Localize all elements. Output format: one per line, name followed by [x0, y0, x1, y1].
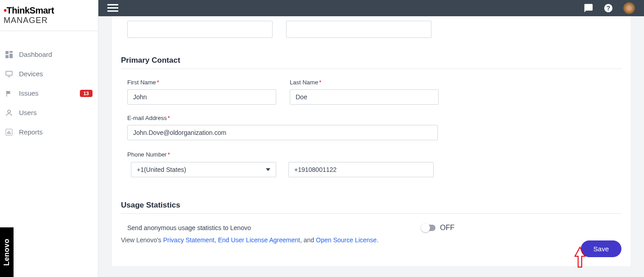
svg-rect-12: [107, 7, 118, 9]
svg-text:?: ?: [607, 5, 610, 12]
usage-toggle[interactable]: [422, 225, 436, 231]
last-name-input[interactable]: [290, 89, 439, 105]
svg-rect-3: [5, 55, 9, 58]
top-field-1[interactable]: [127, 21, 273, 38]
svg-rect-11: [107, 4, 118, 5]
country-code-select[interactable]: +1(United States): [131, 162, 276, 177]
phone-label: Phone Number*: [127, 151, 170, 158]
svg-rect-2: [9, 54, 13, 58]
main-content: Primary Contact First Name* Last Name* E…: [98, 16, 644, 277]
sidebar-item-label: Issues: [19, 89, 80, 97]
lenovo-text: Lenovo: [3, 239, 11, 266]
logo: •ThinkSmart MANAGER: [0, 0, 98, 31]
save-button[interactable]: Save: [581, 240, 621, 257]
settings-card: Primary Contact First Name* Last Name* E…: [112, 16, 630, 266]
sidebar-item-dashboard[interactable]: Dashboard: [0, 45, 98, 64]
sidebar: •ThinkSmart MANAGER Dashboard Devices Is…: [0, 0, 98, 277]
svg-rect-10: [10, 133, 11, 134]
sidebar-item-label: Dashboard: [19, 51, 93, 58]
toggle-state-label: OFF: [440, 224, 454, 232]
help-icon[interactable]: ?: [603, 3, 613, 13]
top-field-2[interactable]: [286, 21, 431, 38]
sidebar-item-reports[interactable]: Reports: [0, 122, 98, 142]
svg-rect-4: [6, 71, 12, 75]
first-name-input[interactable]: [127, 89, 276, 105]
email-input[interactable]: [127, 125, 438, 140]
country-code-value: +1(United States): [137, 166, 186, 173]
flag-icon: [5, 90, 13, 97]
legal-links: View Lenovo's Privacy Statement, End Use…: [121, 236, 621, 244]
topbar: ?: [98, 0, 644, 16]
logo-sub: MANAGER: [4, 16, 48, 25]
sidebar-item-users[interactable]: Users: [0, 103, 98, 122]
toggle-knob: [421, 223, 430, 232]
user-icon: [5, 109, 13, 116]
osl-link[interactable]: Open Source License: [316, 236, 377, 244]
lenovo-brand-tab: Lenovo: [0, 227, 14, 277]
chart-icon: [5, 129, 13, 136]
svg-rect-8: [7, 132, 8, 134]
svg-point-6: [8, 110, 10, 113]
sidebar-item-label: Users: [19, 109, 93, 116]
monitor-icon: [5, 70, 13, 78]
svg-rect-9: [9, 131, 9, 134]
sidebar-item-label: Devices: [19, 70, 93, 78]
nav: Dashboard Devices Issues 13 Users Repo: [0, 31, 98, 142]
last-name-label: Last Name*: [290, 79, 439, 86]
menu-icon[interactable]: [107, 4, 118, 12]
svg-rect-0: [5, 51, 9, 54]
issues-badge: 13: [80, 90, 93, 97]
svg-rect-1: [9, 51, 13, 53]
sidebar-item-devices[interactable]: Devices: [0, 64, 98, 83]
sidebar-item-issues[interactable]: Issues 13: [0, 83, 98, 103]
email-label: E-mail Address*: [127, 115, 438, 121]
logo-main: ThinkSmart: [7, 5, 54, 15]
svg-rect-13: [107, 10, 118, 12]
first-name-label: First Name*: [127, 79, 276, 86]
primary-contact-heading: Primary Contact: [121, 56, 621, 69]
sidebar-item-label: Reports: [19, 128, 93, 136]
usage-stats-heading: Usage Statistics: [121, 201, 621, 214]
chevron-down-icon: [266, 168, 270, 171]
usage-send-text: Send anonymous usage statistics to Lenov…: [127, 224, 251, 231]
chat-icon[interactable]: [584, 3, 593, 13]
phone-input[interactable]: [288, 162, 434, 177]
dashboard-icon: [5, 51, 13, 58]
eula-link[interactable]: End User License Agreement: [218, 236, 300, 244]
privacy-link[interactable]: Privacy Statement: [163, 236, 214, 244]
avatar[interactable]: [623, 2, 635, 14]
